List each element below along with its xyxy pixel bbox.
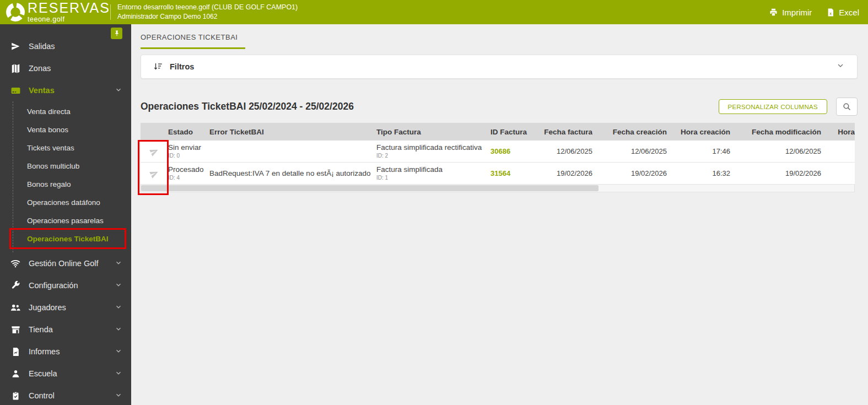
hora-creacion-value: 17:46 — [712, 147, 730, 155]
user-role-line: Administrador Campo Demo 1062 — [117, 12, 298, 21]
table-row: Procesado ID: 4 BadRequest:IVA 7 en deta… — [141, 163, 855, 185]
sidebar-subitem-venta-bonos[interactable]: Venta bonos — [13, 121, 131, 139]
brand-ring-icon — [6, 2, 25, 22]
error-ticketbai-value: BadRequest:IVA 7 en detalle no estÃ¡ aut… — [209, 169, 376, 178]
brand-domain: teeone.golf — [28, 16, 110, 23]
sidebar-item-label: Control — [29, 391, 55, 400]
fecha-factura-value: 19/02/2026 — [557, 169, 592, 177]
instructor-icon — [10, 368, 21, 379]
hora-creacion-value: 16:32 — [712, 169, 730, 177]
send-invoice-button[interactable] — [147, 166, 161, 181]
report-icon — [10, 346, 21, 357]
print-label: Imprimir — [782, 8, 812, 17]
search-button[interactable] — [836, 98, 858, 116]
chevron-down-icon — [115, 325, 122, 334]
sidebar-item-label: Salidas — [29, 42, 55, 51]
ventas-submenu: Venta directa Venta bonos Tickets ventas… — [13, 101, 131, 252]
sidebar-subitem-venta-directa[interactable]: Venta directa — [13, 102, 131, 121]
filters-label: Filtros — [170, 62, 194, 71]
col-header-estado: Estado — [168, 128, 209, 136]
table-header-row: Estado Error TicketBAI Tipo Factura ID F… — [141, 123, 855, 141]
col-header-fecha-creacion: Fecha creación — [592, 128, 667, 136]
top-bar: RESERVAS teeone.golf Entorno desarrollo … — [0, 0, 868, 24]
svg-text:x: x — [829, 11, 832, 15]
scrollbar-thumb[interactable] — [141, 185, 599, 191]
sidebar-item-label: Informes — [29, 347, 60, 356]
filters-panel-toggle[interactable]: Filtros — [141, 55, 858, 79]
tipo-factura-id: ID: 1 — [376, 175, 490, 181]
topbar-divider — [110, 4, 111, 20]
table-row: Sin enviar ID: 0 Factura simplificada re… — [141, 141, 855, 163]
wifi-icon — [10, 258, 21, 269]
ticketbai-table: Estado Error TicketBAI Tipo Factura ID F… — [141, 123, 855, 192]
print-button[interactable]: Imprimir — [769, 8, 812, 17]
chevron-down-icon — [115, 391, 122, 401]
id-factura-link[interactable]: 30686 — [490, 147, 529, 155]
chevron-down-icon[interactable] — [836, 61, 845, 72]
sidebar-item-control[interactable]: Control — [0, 385, 131, 405]
sidebar-item-ventas[interactable]: Ventas — [0, 79, 131, 101]
horizontal-scrollbar[interactable] — [141, 185, 855, 192]
environment-line: Entorno desarrollo teeone.golf (CLUB DE … — [117, 2, 298, 12]
wrench-icon — [10, 280, 21, 291]
chevron-down-icon — [115, 369, 122, 379]
credit-card-icon — [10, 85, 21, 96]
search-icon — [842, 102, 851, 111]
tipo-factura-value: Factura simplificada rectificativa — [376, 143, 490, 152]
fecha-factura-value: 12/06/2025 — [557, 147, 592, 155]
estado-id: ID: 4 — [168, 175, 209, 181]
sidebar-item-jugadores[interactable]: Jugadores — [0, 296, 131, 318]
fecha-modificacion-value: 19/02/2026 — [785, 169, 821, 177]
sort-filter-icon — [153, 62, 163, 72]
clipboard-check-icon — [10, 390, 21, 401]
chevron-down-icon — [115, 259, 122, 268]
app-screen: RESERVAS teeone.golf Entorno desarrollo … — [0, 0, 868, 405]
col-header-fecha-modificacion: Fecha modificación — [730, 128, 821, 136]
sidebar-subitem-bonos-regalo[interactable]: Bonos regalo — [13, 175, 131, 193]
sidebar-item-tienda[interactable]: Tienda — [0, 318, 131, 341]
tab-bar: OPERACIONES TICKETBAI — [131, 24, 868, 49]
sidebar-subitem-tickets-ventas[interactable]: Tickets ventas — [13, 139, 131, 157]
brand-logo[interactable]: RESERVAS teeone.golf — [0, 1, 110, 23]
send-icon — [148, 167, 161, 180]
sidebar-item-label: Ventas — [29, 86, 55, 95]
col-header-tipo-factura: Tipo Factura — [376, 128, 490, 136]
sidebar-subitem-operaciones-ticketbai[interactable]: Operaciones TicketBAI — [13, 230, 131, 248]
chevron-down-icon — [115, 347, 122, 357]
customize-columns-button[interactable]: PERSONALIZAR COLUMNAS — [719, 99, 828, 114]
tipo-factura-value: Factura simplificada — [376, 165, 490, 174]
users-icon — [10, 302, 21, 313]
pin-icon — [114, 30, 120, 37]
col-header-fecha-factura: Fecha factura — [529, 128, 592, 136]
sidebar-item-configuracion[interactable]: Configuración — [0, 274, 131, 296]
excel-label: Excel — [839, 8, 859, 17]
sidebar-subitem-bonos-multiclub[interactable]: Bonos multiclub — [13, 157, 131, 175]
sidebar-item-zonas[interactable]: Zonas — [0, 57, 131, 79]
chevron-down-icon — [115, 281, 122, 290]
estado-id: ID: 0 — [168, 153, 209, 159]
sidebar-subitem-operaciones-datafono[interactable]: Operaciones datáfono — [13, 193, 131, 212]
col-header-hora-creacion: Hora creación — [667, 128, 730, 136]
fecha-modificacion-value: 12/06/2025 — [785, 147, 821, 155]
pin-sidebar-button[interactable] — [111, 28, 122, 39]
id-factura-link[interactable]: 31564 — [490, 169, 529, 177]
sidebar: Salidas Zonas Ventas Venta directa V — [0, 24, 131, 405]
fecha-creacion-value: 19/02/2026 — [631, 169, 667, 177]
sidebar-item-gestion-online-golf[interactable]: Gestión Online Golf — [0, 252, 131, 274]
sidebar-item-label: Gestión Online Golf — [29, 259, 99, 268]
tab-operaciones-ticketbai[interactable]: OPERACIONES TICKETBAI — [141, 33, 245, 49]
estado-value: Procesado — [168, 165, 209, 174]
sidebar-item-label: Zonas — [29, 64, 51, 73]
sidebar-item-informes[interactable]: Informes — [0, 341, 131, 363]
sidebar-item-label: Jugadores — [29, 303, 66, 312]
fecha-creacion-value: 12/06/2025 — [631, 147, 667, 155]
chevron-down-icon — [115, 86, 122, 95]
sidebar-item-escuela[interactable]: Escuela — [0, 363, 131, 385]
col-header-hora: Hora — [821, 128, 855, 136]
excel-export-button[interactable]: x Excel — [826, 8, 859, 17]
send-invoice-button[interactable] — [147, 144, 161, 159]
sidebar-subitem-operaciones-pasarelas[interactable]: Operaciones pasarelas — [13, 212, 131, 230]
col-header-id-factura: ID Factura — [490, 128, 529, 136]
estado-value: Sin enviar — [168, 143, 209, 152]
excel-file-icon: x — [826, 8, 835, 17]
